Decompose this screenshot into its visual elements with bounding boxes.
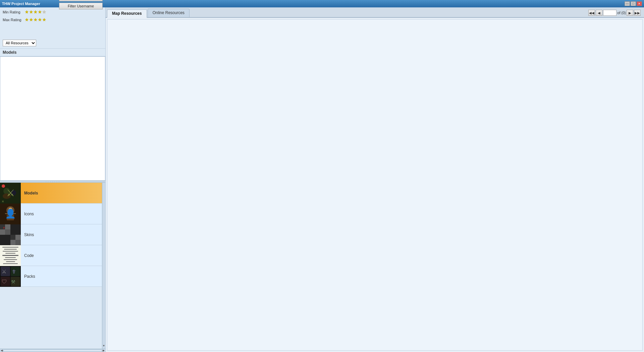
max-star-2[interactable]: ★ xyxy=(29,17,33,22)
filter-username-button[interactable]: Filter Username xyxy=(59,3,103,9)
icons-thumb-svg xyxy=(0,204,21,224)
svg-point-2 xyxy=(3,193,11,199)
app-title: THW Project Manager xyxy=(2,2,40,6)
min-star-3[interactable]: ★ xyxy=(34,9,38,14)
max-star-5[interactable]: ★ xyxy=(42,17,46,22)
min-star-1[interactable]: ★ xyxy=(25,9,29,14)
next-page-button[interactable]: ▶ xyxy=(627,10,633,16)
category-list-col: ⚔ Models xyxy=(0,183,102,349)
search-resource-button[interactable]: Search Resource xyxy=(59,0,103,1)
skins-thumbnail: ✝ xyxy=(0,224,21,245)
svg-point-3 xyxy=(11,190,16,195)
content-list-area[interactable] xyxy=(0,56,105,181)
packs-thumbnail: ⚔ 🗡 🛡 ⚒ xyxy=(0,266,21,287)
scroll-down-arrow-icon[interactable]: ▼ xyxy=(103,344,105,347)
category-item-models[interactable]: ⚔ Models xyxy=(0,183,102,204)
left-panel: Min Rating ★ ★ ★ ★ ★ Max Rating ★ xyxy=(0,7,106,352)
svg-text:⚔: ⚔ xyxy=(2,269,6,274)
minimize-button[interactable]: — xyxy=(625,1,630,6)
left-panel-inner: · · · · · · · xyxy=(0,56,105,349)
app-container: Min Rating ★ ★ ★ ★ ★ Max Rating ★ xyxy=(0,7,644,352)
svg-rect-9 xyxy=(7,214,14,220)
packs-thumb-svg: ⚔ 🗡 🛡 ⚒ xyxy=(0,266,21,287)
max-star-1[interactable]: ★ xyxy=(25,17,29,22)
svg-rect-16 xyxy=(0,229,5,235)
right-panel: Map Resources Online Resources ◀◀ ◀ of (… xyxy=(106,7,644,352)
svg-text:⚔: ⚔ xyxy=(2,200,4,203)
icons-label: Icons xyxy=(21,212,34,216)
first-page-button[interactable]: ◀◀ xyxy=(588,10,595,16)
last-page-button[interactable]: ▶▶ xyxy=(634,10,641,16)
horizontal-scroll-track[interactable] xyxy=(3,350,102,352)
models-label: Models xyxy=(21,191,38,195)
min-rating-label: Min Rating xyxy=(3,10,23,14)
prev-page-button[interactable]: ◀ xyxy=(596,10,602,16)
category-list: ⚔ Models xyxy=(0,183,102,287)
svg-point-4 xyxy=(2,184,5,188)
svg-rect-15 xyxy=(5,224,10,229)
max-stars[interactable]: ★ ★ ★ ★ ★ xyxy=(25,17,46,22)
category-section: ⚔ Models xyxy=(0,183,105,349)
top-controls: Min Rating ★ ★ ★ ★ ★ Max Rating ★ xyxy=(0,7,105,49)
page-of-label: of (0) xyxy=(617,11,626,15)
skins-label: Skins xyxy=(21,232,34,237)
page-number-input[interactable] xyxy=(603,10,616,16)
filter-dropdown-row: All Resources Models Icons Skins Code Pa… xyxy=(3,40,103,46)
svg-text:⚒: ⚒ xyxy=(11,279,15,284)
action-buttons: Search Resource Filter Username xyxy=(59,0,103,9)
category-item-icons[interactable]: Icons xyxy=(0,204,102,224)
max-star-3[interactable]: ★ xyxy=(34,17,38,22)
svg-point-7 xyxy=(6,206,14,214)
category-item-packs[interactable]: ⚔ 🗡 🛡 ⚒ Packs xyxy=(0,266,102,287)
max-rating-row: Max Rating ★ ★ ★ ★ ★ xyxy=(3,17,46,22)
window-controls: — □ ✕ xyxy=(625,1,642,6)
max-star-4[interactable]: ★ xyxy=(38,17,42,22)
maximize-button[interactable]: □ xyxy=(631,1,636,6)
svg-point-1 xyxy=(3,188,10,194)
category-item-code[interactable]: Code xyxy=(0,245,102,266)
close-button[interactable]: ✕ xyxy=(637,1,642,6)
horizontal-scrollbar[interactable]: ◀ ▶ xyxy=(0,349,105,352)
svg-rect-17 xyxy=(10,235,15,240)
packs-label: Packs xyxy=(21,274,35,279)
tabs-container: Map Resources Online Resources xyxy=(106,9,190,17)
ratings-block: Min Rating ★ ★ ★ ★ ★ Max Rating ★ xyxy=(3,9,46,24)
models-thumb-svg: ⚔ xyxy=(0,183,21,204)
tab-map-resources[interactable]: Map Resources xyxy=(107,9,147,18)
svg-point-8 xyxy=(8,208,12,213)
resource-type-dropdown[interactable]: All Resources Models Icons Skins Code Pa… xyxy=(3,40,36,46)
pagination-controls: ◀◀ ◀ of (0) ▶ ▶▶ xyxy=(588,10,644,17)
scroll-right-icon[interactable]: ▶ xyxy=(103,349,105,352)
code-label: Code xyxy=(21,253,34,258)
max-rating-label: Max Rating xyxy=(3,18,23,22)
scroll-left-icon[interactable]: ◀ xyxy=(1,349,3,352)
tab-online-resources[interactable]: Online Resources xyxy=(148,9,190,17)
min-star-5[interactable]: ★ xyxy=(42,9,46,14)
models-section-header: Models xyxy=(0,49,105,56)
tabs-bar: Map Resources Online Resources ◀◀ ◀ of (… xyxy=(106,7,644,18)
main-content-area[interactable] xyxy=(107,19,643,351)
svg-rect-19 xyxy=(10,240,15,245)
icons-thumbnail xyxy=(0,204,21,224)
models-thumbnail: ⚔ xyxy=(0,183,21,204)
controls-top-row: Min Rating ★ ★ ★ ★ ★ Max Rating ★ xyxy=(3,9,103,24)
min-rating-row: Min Rating ★ ★ ★ ★ ★ xyxy=(3,9,46,14)
svg-text:✝: ✝ xyxy=(3,226,5,230)
category-item-skins[interactable]: ✝ Skins xyxy=(0,224,102,245)
svg-text:🛡: 🛡 xyxy=(2,279,7,284)
svg-rect-18 xyxy=(15,235,21,240)
skins-thumb-svg: ✝ xyxy=(0,224,21,245)
min-star-2[interactable]: ★ xyxy=(29,9,33,14)
code-thumbnail xyxy=(0,245,21,266)
min-stars[interactable]: ★ ★ ★ ★ ★ xyxy=(25,9,46,14)
left-scrollbar[interactable]: ▼ xyxy=(102,183,105,349)
min-star-4[interactable]: ★ xyxy=(38,9,42,14)
svg-text:🗡: 🗡 xyxy=(11,269,16,274)
